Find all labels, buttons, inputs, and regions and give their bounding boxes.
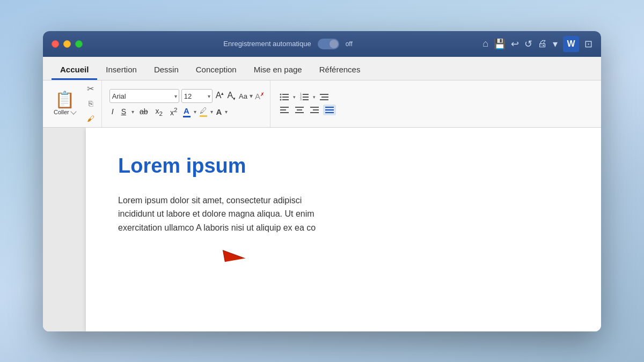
font-name-select[interactable]: Arial Times New Roman Calibri	[109, 89, 179, 103]
bullet-list-button[interactable]	[278, 92, 291, 102]
svg-rect-11	[303, 99, 309, 100]
font-color-button[interactable]: A	[183, 106, 191, 117]
titlebar-icons: ⌂ 💾 ↩ ↺ 🖨 ▾ W ⊡	[482, 36, 592, 52]
more-icon[interactable]: ▾	[553, 38, 558, 50]
svg-rect-5	[282, 99, 289, 100]
font-color-bar	[183, 116, 191, 117]
increase-indent-icon	[319, 92, 329, 102]
subscript-button[interactable]: x2	[153, 106, 165, 118]
aa-dropdown-icon[interactable]: ▾	[250, 92, 253, 100]
font-shrink-button[interactable]: A▾	[226, 91, 237, 101]
svg-rect-22	[313, 109, 319, 110]
font-color-A-icon: A	[184, 106, 189, 115]
font-size-select[interactable]: 12 10 14 16 18	[181, 89, 213, 103]
highlight-dropdown-icon[interactable]: ▾	[210, 109, 213, 115]
text-color-dropdown-icon[interactable]: ▾	[225, 109, 228, 115]
svg-rect-18	[295, 107, 304, 108]
underline-dropdown-icon[interactable]: ▾	[131, 109, 134, 115]
highlight-color-bar	[200, 115, 207, 117]
svg-rect-20	[295, 112, 304, 113]
justify-button[interactable]	[323, 105, 336, 115]
format-painter-icon[interactable]: 🖌	[84, 112, 97, 125]
toggle-knob	[330, 40, 338, 48]
autosave-label: Enregistrement automatique	[223, 40, 311, 48]
align-right-icon	[310, 105, 319, 115]
svg-rect-9	[303, 97, 309, 98]
font-size-buttons: A▴ A▾	[215, 91, 237, 101]
align-left-icon	[280, 105, 289, 115]
document-body: Lorem ipsum dolor sit amet, consectetur …	[118, 194, 569, 235]
font-name-wrapper: Arial Times New Roman Calibri	[109, 89, 179, 103]
ribbon-toolbar: 📋 Coller ✂ ⎘ 🖌 Ar	[43, 80, 601, 128]
font-size-wrapper: 12 10 14 16 18	[181, 89, 213, 103]
font-grow-button[interactable]: A▴	[215, 91, 225, 101]
font-group: Arial Times New Roman Calibri 12 10 14 1…	[104, 80, 270, 127]
svg-rect-24	[325, 107, 334, 108]
highlight-color-button[interactable]: 🖊	[200, 106, 207, 117]
svg-rect-25	[325, 109, 334, 110]
autosave-toggle[interactable]	[318, 39, 339, 49]
paste-group: 📋 Coller ✂ ⎘ 🖌	[47, 80, 102, 127]
increase-indent-button[interactable]	[318, 92, 331, 102]
tab-references[interactable]: Références	[311, 61, 369, 80]
font-color-dropdown-icon[interactable]: ▾	[194, 109, 196, 115]
save-icon[interactable]: 💾	[494, 38, 506, 50]
tab-accueil[interactable]: Accueil	[52, 61, 97, 80]
titlebar-center: Enregistrement automatique off	[93, 39, 482, 49]
page-margin-left	[43, 128, 86, 331]
svg-rect-17	[280, 112, 289, 113]
document-page[interactable]: Lorem ipsum Lorem ipsum dolor sit amet, …	[86, 128, 601, 331]
titlebar: Enregistrement automatique off ⌂ 💾 ↩ ↺ 🖨…	[43, 31, 601, 57]
svg-rect-15	[280, 107, 289, 108]
copy-icon[interactable]: ⎘	[84, 97, 97, 110]
document-area: Lorem ipsum Lorem ipsum dolor sit amet, …	[43, 128, 601, 331]
document-title: Lorem ipsum	[118, 154, 569, 178]
toggle-off-label: off	[346, 40, 353, 48]
align-right-button[interactable]	[308, 105, 321, 115]
superscript-button[interactable]: x2	[168, 105, 179, 118]
svg-point-2	[280, 97, 282, 98]
text-color-A-button[interactable]: A	[216, 107, 222, 116]
traffic-lights	[52, 40, 83, 48]
numbered-list-icon: 1. 2. 3.	[299, 92, 309, 102]
home-icon[interactable]: ⌂	[482, 38, 488, 49]
case-button[interactable]: Aa	[239, 92, 247, 100]
tab-dessin[interactable]: Dessin	[145, 61, 187, 80]
paste-button[interactable]: 📋 Coller	[49, 90, 80, 117]
italic-button[interactable]: I	[109, 106, 116, 117]
paste-label: Coller	[54, 109, 69, 115]
numbered-dropdown-icon[interactable]: ▾	[313, 94, 316, 100]
bullet-dropdown-icon[interactable]: ▾	[293, 94, 296, 100]
svg-rect-7	[303, 94, 309, 95]
font-controls: Arial Times New Roman Calibri 12 10 14 1…	[106, 87, 268, 120]
para-row-1: ▾ 1. 2. 3. ▾	[278, 92, 336, 102]
undo-icon[interactable]: ↩	[511, 38, 519, 50]
svg-rect-3	[282, 97, 289, 98]
strikethrough-button[interactable]: ab	[137, 106, 150, 117]
maximize-button[interactable]	[75, 40, 83, 48]
align-left-button[interactable]	[278, 105, 291, 115]
ribbon-tabs: Accueil Insertion Dessin Conception Mise…	[43, 57, 601, 80]
svg-rect-23	[310, 112, 319, 113]
paste-dropdown-icon	[70, 108, 76, 114]
svg-rect-21	[310, 107, 319, 108]
resize-icon[interactable]: ⊡	[584, 38, 592, 50]
tab-insertion[interactable]: Insertion	[97, 61, 145, 80]
svg-point-4	[280, 99, 282, 101]
close-button[interactable]	[52, 40, 59, 48]
numbered-list-button[interactable]: 1. 2. 3.	[298, 92, 311, 102]
font-row-1: Arial Times New Roman Calibri 12 10 14 1…	[109, 89, 265, 103]
tab-conception[interactable]: Conception	[187, 61, 245, 80]
redo-icon[interactable]: ↺	[524, 38, 532, 50]
svg-text:3.: 3.	[300, 98, 302, 101]
paragraph-group: ▾ 1. 2. 3. ▾	[273, 80, 341, 127]
cut-icon[interactable]: ✂	[84, 82, 97, 95]
word-icon: W	[563, 36, 579, 52]
print-icon[interactable]: 🖨	[538, 38, 547, 49]
highlight-icon: 🖊	[200, 106, 207, 115]
minimize-button[interactable]	[63, 40, 71, 48]
clear-format-button[interactable]: A✗	[255, 92, 265, 101]
tab-mise-en-page[interactable]: Mise en page	[245, 61, 311, 80]
align-center-button[interactable]	[293, 105, 306, 115]
underline-button[interactable]: S	[119, 106, 128, 117]
